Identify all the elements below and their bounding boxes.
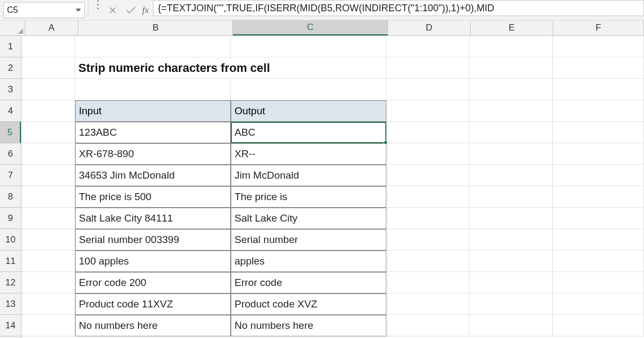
- cell-F12[interactable]: [553, 272, 644, 293]
- cell-B14[interactable]: No numbers here: [75, 315, 231, 336]
- cancel-formula-button[interactable]: [104, 2, 122, 18]
- cell-F13[interactable]: [553, 293, 644, 315]
- cell-E3[interactable]: [470, 79, 553, 100]
- cell-D9[interactable]: [386, 208, 470, 229]
- cell-A4[interactable]: [21, 100, 75, 122]
- col-header-A[interactable]: A: [25, 20, 78, 35]
- cell-E10[interactable]: [470, 229, 553, 251]
- cell-A2[interactable]: [21, 57, 75, 79]
- col-header-C[interactable]: C: [233, 20, 387, 35]
- row-header-7[interactable]: 7: [0, 165, 21, 186]
- cell-D8[interactable]: [386, 186, 470, 208]
- cell-A12[interactable]: [21, 272, 75, 293]
- cell-C14[interactable]: No numbers here: [231, 315, 386, 336]
- row-header-2[interactable]: 2: [0, 57, 21, 79]
- cell-A9[interactable]: [21, 208, 75, 229]
- row-header-9[interactable]: 9: [0, 208, 21, 229]
- cell-C7[interactable]: Jim McDonald: [231, 165, 386, 186]
- cell-A5[interactable]: [21, 122, 75, 143]
- row-header-6[interactable]: 6: [0, 143, 21, 165]
- col-header-D[interactable]: D: [388, 20, 471, 35]
- cell-A8[interactable]: [21, 186, 75, 208]
- cell-C12[interactable]: Error code: [231, 272, 386, 293]
- row-header-3[interactable]: 3: [0, 79, 21, 100]
- cell-D11[interactable]: [386, 251, 470, 272]
- cell-F9[interactable]: [553, 208, 644, 229]
- cell-C11[interactable]: apples: [231, 251, 386, 272]
- cell-D14[interactable]: [386, 315, 470, 336]
- cell-A10[interactable]: [21, 229, 75, 251]
- row-header-8[interactable]: 8: [0, 186, 21, 208]
- select-all-corner[interactable]: [0, 20, 25, 35]
- row-header-11[interactable]: 11: [0, 251, 21, 272]
- row-header-5[interactable]: 5: [0, 122, 21, 143]
- cell-B10[interactable]: Serial number 003399: [75, 229, 231, 251]
- cell-F10[interactable]: [553, 229, 644, 251]
- cell-C10[interactable]: Serial number: [231, 229, 386, 251]
- cell-B11[interactable]: 100 apples: [75, 251, 231, 272]
- cell-A13[interactable]: [21, 293, 75, 315]
- cell-E8[interactable]: [470, 186, 553, 208]
- cell-C5[interactable]: ABC: [231, 122, 386, 143]
- cell-A6[interactable]: [21, 143, 75, 165]
- cell-E5[interactable]: [470, 122, 553, 143]
- cell-D4[interactable]: [386, 100, 470, 122]
- cell-E14[interactable]: [470, 315, 553, 336]
- cell-E13[interactable]: [470, 293, 553, 315]
- cell-C3[interactable]: [231, 79, 386, 100]
- cell-F1[interactable]: [553, 36, 644, 57]
- cell-F8[interactable]: [553, 186, 644, 208]
- cell-C8[interactable]: The price is: [231, 186, 386, 208]
- cell-E6[interactable]: [470, 143, 553, 165]
- cell-F3[interactable]: [553, 79, 644, 100]
- cell-C9[interactable]: Salt Lake City: [231, 208, 386, 229]
- cell-D13[interactable]: [386, 293, 470, 315]
- cell-C4[interactable]: Output: [231, 100, 386, 122]
- cell-B13[interactable]: Product code 11XVZ: [75, 293, 231, 315]
- cell-D10[interactable]: [386, 229, 470, 251]
- cell-B8[interactable]: The price is 500: [75, 186, 231, 208]
- fx-label[interactable]: fx: [142, 5, 149, 16]
- cell-A3[interactable]: [21, 79, 75, 100]
- cell-C13[interactable]: Product code XVZ: [231, 293, 386, 315]
- cell-F6[interactable]: [553, 143, 644, 165]
- cell-B7[interactable]: 34653 Jim McDonald: [75, 165, 231, 186]
- cell-B5[interactable]: 123ABC: [75, 122, 231, 143]
- col-header-E[interactable]: E: [471, 20, 553, 35]
- cell-F4[interactable]: [553, 100, 644, 122]
- cell-E2[interactable]: [470, 57, 553, 79]
- cell-A1[interactable]: [21, 36, 75, 57]
- cell-B12[interactable]: Error code 200: [75, 272, 231, 293]
- cell-B2[interactable]: Strip numeric characters from cell: [75, 57, 386, 79]
- cell-D3[interactable]: [386, 79, 470, 100]
- cell-B6[interactable]: XR-678-890: [75, 143, 231, 165]
- row-header-14[interactable]: 14: [0, 315, 21, 336]
- cell-F7[interactable]: [553, 165, 644, 186]
- row-header-1[interactable]: 1: [0, 36, 21, 57]
- row-header-4[interactable]: 4: [0, 100, 21, 122]
- name-box[interactable]: C5: [3, 2, 85, 18]
- cell-D1[interactable]: [386, 36, 470, 57]
- cell-F14[interactable]: [553, 315, 644, 336]
- formula-bar-input[interactable]: {=TEXTJOIN("",TRUE,IF(ISERR(MID(B5,ROW(I…: [153, 0, 644, 16]
- cell-E12[interactable]: [470, 272, 553, 293]
- cell-B1[interactable]: [75, 36, 231, 57]
- cell-E9[interactable]: [470, 208, 553, 229]
- cell-D7[interactable]: [386, 165, 470, 186]
- cell-F2[interactable]: [553, 57, 644, 79]
- cell-D12[interactable]: [386, 272, 470, 293]
- cell-A11[interactable]: [21, 251, 75, 272]
- cell-E1[interactable]: [470, 36, 553, 57]
- cell-B3[interactable]: [75, 79, 231, 100]
- cell-C1[interactable]: [231, 36, 386, 57]
- col-header-F[interactable]: F: [553, 20, 644, 35]
- row-header-13[interactable]: 13: [0, 293, 21, 315]
- cell-E7[interactable]: [470, 165, 553, 186]
- cell-D5[interactable]: [386, 122, 470, 143]
- cell-F11[interactable]: [553, 251, 644, 272]
- name-box-dropdown-icon[interactable]: [76, 9, 81, 12]
- cell-D2[interactable]: [386, 57, 470, 79]
- cell-C6[interactable]: XR--: [231, 143, 386, 165]
- row-header-10[interactable]: 10: [0, 229, 21, 251]
- cell-D6[interactable]: [386, 143, 470, 165]
